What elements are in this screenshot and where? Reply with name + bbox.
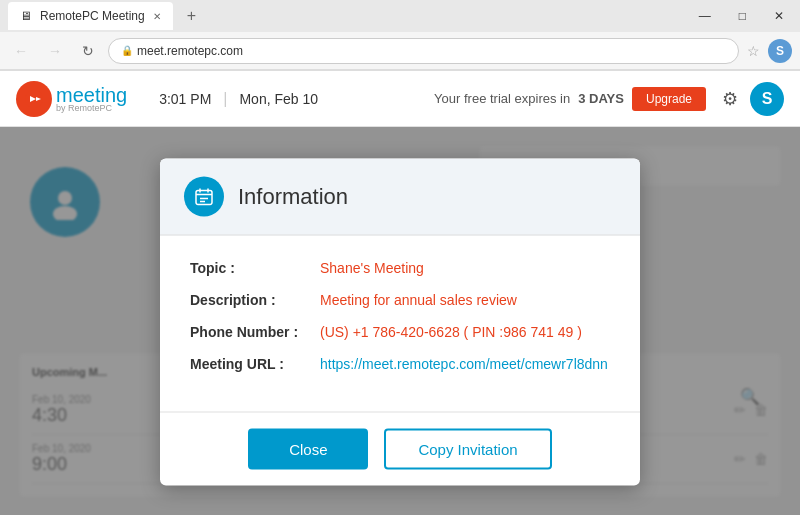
- nav-right: ☆ S: [747, 39, 792, 63]
- svg-rect-3: [196, 190, 212, 204]
- url-text: meet.remotepc.com: [137, 44, 243, 58]
- new-tab-button[interactable]: +: [179, 3, 204, 29]
- trial-text: Your free trial expires in: [434, 91, 570, 106]
- phone-value: (US) +1 786-420-6628 ( PIN :986 741 49 ): [320, 323, 582, 339]
- tab-icon: 🖥: [20, 9, 32, 23]
- browser-chrome: 🖥 RemotePC Meeting ✕ + — □ ✕ ← → ↻ 🔒 mee…: [0, 0, 800, 71]
- modal-header-icon: [184, 176, 224, 216]
- minimize-button[interactable]: —: [691, 7, 719, 25]
- information-modal: Information Topic : Shane's Meeting Desc…: [160, 158, 640, 485]
- header-time: 3:01 PM: [159, 91, 211, 107]
- phone-row: Phone Number : (US) +1 786-420-6628 ( PI…: [190, 323, 610, 339]
- modal-body: Topic : Shane's Meeting Description : Me…: [160, 235, 640, 411]
- user-avatar[interactable]: S: [750, 82, 784, 116]
- title-bar: 🖥 RemotePC Meeting ✕ + — □ ✕: [0, 0, 800, 32]
- upgrade-button[interactable]: Upgrade: [632, 87, 706, 111]
- close-button[interactable]: Close: [248, 428, 368, 469]
- window-controls: — □ ✕: [691, 7, 792, 25]
- description-value: Meeting for annual sales review: [320, 291, 517, 307]
- nav-bar: ← → ↻ 🔒 meet.remotepc.com ☆ S: [0, 32, 800, 70]
- header-divider: |: [223, 90, 227, 108]
- maximize-button[interactable]: □: [731, 7, 754, 25]
- phone-label: Phone Number :: [190, 323, 320, 339]
- description-label: Description :: [190, 291, 320, 307]
- back-button[interactable]: ←: [8, 39, 34, 63]
- browser-user-avatar[interactable]: S: [768, 39, 792, 63]
- refresh-button[interactable]: ↻: [76, 39, 100, 63]
- tab-close-icon[interactable]: ✕: [153, 11, 161, 22]
- copy-invitation-button[interactable]: Copy Invitation: [384, 428, 551, 469]
- app-header: meeting by RemotePC 3:01 PM | Mon, Feb 1…: [0, 71, 800, 127]
- topic-value: Shane's Meeting: [320, 259, 424, 275]
- close-button[interactable]: ✕: [766, 7, 792, 25]
- lock-icon: 🔒: [121, 45, 133, 56]
- browser-tab[interactable]: 🖥 RemotePC Meeting ✕: [8, 2, 173, 30]
- description-row: Description : Meeting for annual sales r…: [190, 291, 610, 307]
- bookmark-icon[interactable]: ☆: [747, 43, 760, 59]
- logo-icon: [16, 81, 52, 117]
- logo-area: meeting by RemotePC: [16, 81, 127, 117]
- header-date: Mon, Feb 10: [239, 91, 318, 107]
- settings-icon[interactable]: ⚙: [722, 88, 738, 110]
- url-bar[interactable]: 🔒 meet.remotepc.com: [108, 38, 739, 64]
- trial-notice: Your free trial expires in 3 DAYS Upgrad…: [434, 87, 706, 111]
- modal-footer: Close Copy Invitation: [160, 411, 640, 485]
- modal-title: Information: [238, 183, 348, 209]
- url-value[interactable]: https://meet.remotepc.com/meet/cmewr7l8d…: [320, 355, 608, 371]
- trial-days: 3 DAYS: [578, 91, 624, 106]
- topic-label: Topic :: [190, 259, 320, 275]
- url-label: Meeting URL :: [190, 355, 320, 371]
- main-content: ...rtain time. Upcoming M... Feb 10, 202…: [0, 127, 800, 515]
- modal-header: Information: [160, 158, 640, 235]
- forward-button[interactable]: →: [42, 39, 68, 63]
- tab-title: RemotePC Meeting: [40, 9, 145, 23]
- url-row: Meeting URL : https://meet.remotepc.com/…: [190, 355, 610, 371]
- topic-row: Topic : Shane's Meeting: [190, 259, 610, 275]
